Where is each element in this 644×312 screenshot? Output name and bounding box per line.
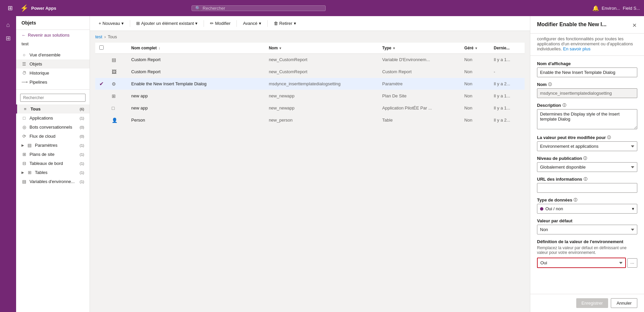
valeur-select[interactable]: Environnement et applications Environnem… — [537, 141, 637, 151]
nouveau-button[interactable]: + Nouveau ▾ — [95, 19, 127, 27]
row-type-icon-cell: ⚙ — [108, 78, 127, 90]
modifier-button[interactable]: ✏ Modifier — [207, 19, 234, 27]
row-dots-cell[interactable]: ⋮ — [246, 114, 265, 126]
notifications-icon[interactable]: 🔔 — [592, 5, 599, 11]
logo-text: Power Apps — [31, 6, 56, 11]
sidebar-item-vue[interactable]: ○ Vue d'ensemble — [16, 50, 90, 59]
home-icon[interactable]: ⌂ — [2, 19, 14, 31]
col-nom[interactable]: Nom ▾ — [265, 43, 378, 54]
breadcrumb-root[interactable]: test — [95, 34, 102, 39]
row-nom-cell: new_newapp — [265, 102, 378, 114]
search-input[interactable] — [203, 6, 322, 11]
global-search[interactable]: 🔍 — [192, 5, 326, 11]
nom-field: Nom ⓘ — [537, 82, 637, 98]
env-value-select[interactable]: Oui Non — [537, 258, 626, 268]
nom-info-icon[interactable]: ⓘ — [548, 82, 552, 87]
col-nom-complet[interactable]: Nom complet ↕ — [127, 43, 246, 54]
col-dots — [246, 43, 265, 54]
tables-expand-icon: ▶ — [21, 171, 24, 174]
table-row[interactable]: ▤ Custom Report ⋮ new_CustomReport Varia… — [95, 54, 525, 66]
sidebar-item-pipelines[interactable]: ⟶ Pipelines — [16, 78, 90, 87]
table-row[interactable]: 🖼 Custom Report ⋮ new_CustomReport Custo… — [95, 66, 525, 78]
table-row[interactable]: ⊞ new app ⋮ new_newapp Plan De Site Non … — [95, 90, 525, 102]
enregistrer-button[interactable]: Enregistrer — [576, 298, 608, 308]
panel-footer: Enregistrer Annuler — [530, 294, 644, 312]
back-link[interactable]: ← Revenir aux solutions — [16, 30, 90, 40]
type-info-icon[interactable]: ⓘ — [574, 197, 577, 203]
sidebar-item-objets[interactable]: ☰ Objets — [16, 59, 90, 69]
parametres-expand-icon: ▶ — [21, 143, 24, 147]
sidebar-header: Objets — [16, 16, 90, 30]
sidebar-item-bots[interactable]: ◎ Bots conversationnels (0) — [16, 123, 90, 132]
historique-icon: ⏱ — [21, 71, 27, 76]
row-dots-cell[interactable]: ⋮ — [246, 78, 265, 90]
row-type-icon: ▤ — [112, 57, 116, 62]
sidebar-search-input[interactable] — [20, 94, 86, 102]
plans-icon: ⊞ — [21, 152, 27, 157]
logo-icon: ⚡ — [20, 4, 29, 12]
sidebar-item-plans[interactable]: ⊞ Plans de site (1) — [16, 150, 90, 159]
col-dernier: Dernie... — [490, 43, 525, 54]
field-label: Field S... — [623, 6, 640, 11]
sidebar-item-tables[interactable]: ▶ ⊞ Tables (1) — [16, 168, 90, 177]
row-gere-cell: Non — [460, 114, 490, 126]
description-textarea[interactable] — [537, 109, 637, 129]
parametres-count: (1) — [80, 143, 84, 147]
col-type[interactable]: Type ▾ — [378, 43, 461, 54]
row-type-icon: 🖼 — [112, 69, 116, 75]
ajouter-button[interactable]: ⊞ Ajouter un élément existant ▾ — [133, 19, 201, 27]
sidebar-item-tous[interactable]: ≡ Tous (6) — [16, 104, 90, 114]
row-gere-cell: Non — [460, 66, 490, 78]
row-dots-cell[interactable]: ⋮ — [246, 102, 265, 114]
table-row[interactable]: 👤 Person ⋮ new_person Table Non Il y a 2… — [95, 114, 525, 126]
publication-field: Niveau de publication ⓘ Globalement disp… — [537, 156, 637, 172]
row-dots-cell[interactable]: ⋮ — [246, 66, 265, 78]
row-nom-cell: new_CustomReport — [265, 54, 378, 66]
url-input[interactable] — [537, 183, 637, 193]
url-info-icon[interactable]: ⓘ — [584, 177, 587, 182]
sidebar-item-variables[interactable]: ▤ Variables d'environne... (1) — [16, 177, 90, 186]
nom-affichage-input[interactable] — [537, 68, 637, 77]
panel-subtitle-link[interactable]: En savoir plus — [563, 46, 591, 51]
toolbar-sep-4 — [267, 20, 268, 27]
sidebar-item-historique[interactable]: ⏱ Historique — [16, 69, 90, 78]
col-gere[interactable]: Géré ▾ — [460, 43, 490, 54]
row-type-icon-cell: □ — [108, 102, 127, 114]
menu-icon[interactable]: ⊞ — [4, 2, 16, 14]
sidebar-label-tables: Tables — [35, 170, 48, 175]
table-row[interactable]: ✔ ⚙ Enable the New Insert Template Dialo… — [95, 78, 525, 90]
row-dots-cell[interactable]: ⋮ — [246, 54, 265, 66]
row-type-icon-cell: ▤ — [108, 54, 127, 66]
select-all-checkbox[interactable] — [99, 45, 104, 50]
description-info-icon[interactable]: ⓘ — [562, 103, 566, 108]
apps-icon[interactable]: ⊞ — [2, 32, 14, 44]
row-dots-cell[interactable]: ⋮ — [246, 90, 265, 102]
sidebar-item-flux[interactable]: ⟳ Flux de cloud (0) — [16, 132, 90, 141]
sidebar-item-parametres[interactable]: ▶ ▤ Paramètres (1) — [16, 141, 90, 150]
table-row[interactable]: □ new app ⋮ new_newapp Application Pilot… — [95, 102, 525, 114]
row-type-icon-cell: 👤 — [108, 114, 127, 126]
variables-icon: ▤ — [21, 179, 27, 184]
app-logo: ⚡ Power Apps — [20, 4, 56, 12]
row-dernier-cell: Il y a 1... — [490, 102, 525, 114]
toolbar-sep-2 — [204, 20, 204, 27]
sidebar-item-tableaux[interactable]: ⊟ Tableaux de bord (1) — [16, 159, 90, 168]
valeur-defaut-select[interactable]: Non Oui — [537, 225, 637, 234]
annuler-button[interactable]: Annuler — [611, 298, 637, 308]
panel-close-button[interactable]: ✕ — [632, 21, 637, 29]
tables-count: (1) — [80, 171, 84, 175]
breadcrumb: test › Tous — [90, 31, 530, 43]
env-dots-button[interactable]: ··· — [627, 258, 637, 268]
publication-info-icon[interactable]: ⓘ — [583, 156, 587, 161]
type-select[interactable]: Oui / non ▾ — [537, 204, 637, 214]
retirer-button[interactable]: 🗑 Retirer ▾ — [270, 19, 300, 27]
valeur-info-icon[interactable]: ⓘ — [607, 135, 611, 140]
row-nom-complet-cell: Custom Report — [127, 66, 246, 78]
avance-button[interactable]: Avancé ▾ — [239, 19, 264, 27]
retirer-icon: 🗑 — [274, 21, 278, 26]
row-nom-complet-cell: Person — [127, 114, 246, 126]
sidebar-item-applications[interactable]: □ Applications (1) — [16, 114, 90, 123]
row-check-cell — [95, 90, 108, 102]
publication-select[interactable]: Globalement disponible Preview — [537, 162, 637, 172]
row-type-icon-cell: ⊞ — [108, 90, 127, 102]
